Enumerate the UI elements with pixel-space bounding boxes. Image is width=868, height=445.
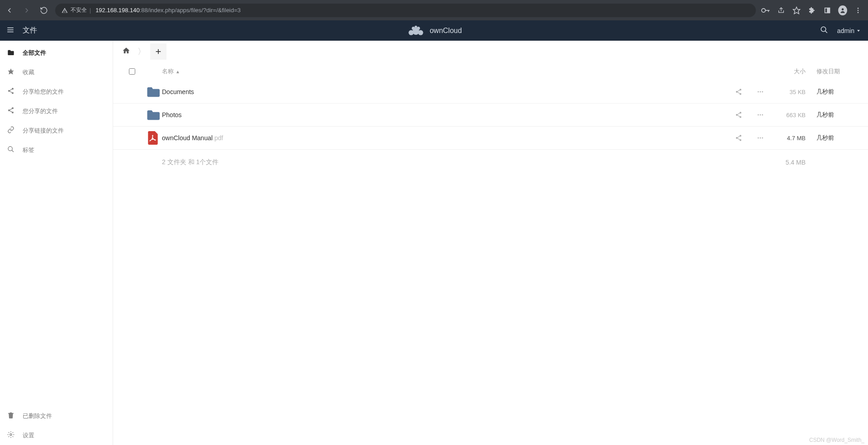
svg-point-38 xyxy=(740,89,741,90)
add-button[interactable] xyxy=(150,43,166,60)
folder-icon xyxy=(7,49,14,57)
table-row[interactable]: ownCloud Manual.pdf 4.7 MB 几秒前 xyxy=(113,127,868,150)
warning-icon xyxy=(62,7,68,14)
svg-point-48 xyxy=(740,116,741,118)
sidebar-item-all-files[interactable]: 全部文件 xyxy=(0,43,113,62)
link-icon xyxy=(7,126,14,135)
svg-point-23 xyxy=(12,88,14,90)
share-button[interactable] xyxy=(733,111,744,118)
back-button[interactable] xyxy=(4,5,15,16)
plus-icon xyxy=(155,48,162,55)
summary-text: 2 文件夹 和 1个文件 xyxy=(120,158,711,166)
svg-rect-5 xyxy=(827,8,830,13)
file-date: 几秒前 xyxy=(811,88,861,96)
user-name: admin xyxy=(837,27,854,34)
svg-point-15 xyxy=(418,30,423,35)
svg-rect-2 xyxy=(768,10,769,12)
sidebar-item-settings[interactable]: 设置 xyxy=(0,426,113,445)
more-button[interactable] xyxy=(755,88,766,95)
svg-point-6 xyxy=(842,8,844,10)
svg-line-49 xyxy=(738,113,740,114)
sidebar-item-label: 收藏 xyxy=(23,68,34,76)
sidebar: 全部文件 收藏 分享给您的文件 您分享的文件 分享链接的文件 标签 xyxy=(0,41,113,445)
svg-point-16 xyxy=(412,26,415,29)
sidebar-item-label: 已删除文件 xyxy=(23,412,52,420)
share-chrome-icon[interactable] xyxy=(777,6,786,15)
profile-icon[interactable] xyxy=(838,6,847,15)
svg-point-35 xyxy=(10,434,12,436)
url-bar[interactable]: 不安全 | 192.168.198.140:88/index.php/apps/… xyxy=(55,4,756,17)
select-all-checkbox[interactable] xyxy=(129,68,135,75)
summary-size: 5.4 MB xyxy=(766,159,811,166)
svg-point-18 xyxy=(414,25,417,28)
sidebar-item-shared-with-you[interactable]: 分享给您的文件 xyxy=(0,82,113,101)
share-icon xyxy=(7,107,14,115)
sidebar-item-label: 您分享的文件 xyxy=(23,107,58,115)
svg-point-40 xyxy=(740,93,741,95)
sidebar-item-favorites[interactable]: 收藏 xyxy=(0,62,113,82)
key-icon[interactable] xyxy=(761,6,770,15)
window-icon[interactable] xyxy=(823,6,832,15)
svg-line-50 xyxy=(738,115,740,117)
svg-point-43 xyxy=(758,91,759,93)
svg-line-27 xyxy=(10,91,12,93)
more-button[interactable] xyxy=(755,111,766,118)
user-menu[interactable]: admin xyxy=(837,27,861,34)
search-button[interactable] xyxy=(820,26,828,36)
sidebar-item-your-shares[interactable]: 您分享的文件 xyxy=(0,101,113,121)
file-table: 名称 ▲ 大小 修改日期 Documents 35 KB 几秒前 xyxy=(113,62,868,175)
col-size-header[interactable]: 大小 xyxy=(766,67,811,76)
svg-point-24 xyxy=(8,90,10,92)
svg-point-51 xyxy=(758,114,759,116)
svg-marker-3 xyxy=(793,7,800,14)
table-row[interactable]: Photos 663 KB 几秒前 xyxy=(113,104,868,127)
svg-point-17 xyxy=(417,26,420,29)
star-icon xyxy=(7,68,14,76)
trash-icon xyxy=(7,412,14,420)
sidebar-item-label: 设置 xyxy=(23,431,34,440)
table-row[interactable]: Documents 35 KB 几秒前 xyxy=(113,80,868,104)
share-button[interactable] xyxy=(733,134,744,142)
star-chrome-icon[interactable] xyxy=(792,6,801,15)
svg-point-59 xyxy=(758,137,759,139)
svg-line-26 xyxy=(10,89,12,90)
sidebar-item-label: 分享给您的文件 xyxy=(23,88,64,96)
svg-line-57 xyxy=(738,136,740,137)
gear-icon xyxy=(7,431,14,440)
sidebar-item-tags[interactable]: 标签 xyxy=(0,140,113,160)
svg-point-60 xyxy=(760,137,761,139)
svg-point-14 xyxy=(408,30,413,35)
svg-point-61 xyxy=(762,137,763,139)
sidebar-item-label: 标签 xyxy=(23,146,34,154)
app-header: 文件 ownCloud admin xyxy=(0,20,868,41)
col-name-header[interactable]: 名称 ▲ xyxy=(162,67,711,76)
puzzle-icon[interactable] xyxy=(807,6,816,15)
hamburger-icon[interactable] xyxy=(6,26,14,36)
folder-icon xyxy=(144,86,162,98)
share-button[interactable] xyxy=(733,88,744,95)
svg-line-41 xyxy=(738,90,740,91)
file-size: 663 KB xyxy=(766,112,811,118)
svg-point-28 xyxy=(12,107,14,109)
breadcrumb: 〉 xyxy=(113,41,868,62)
kebab-menu-icon[interactable] xyxy=(854,6,863,15)
reload-button[interactable] xyxy=(38,5,50,16)
browser-chrome: 不安全 | 192.168.198.140:88/index.php/apps/… xyxy=(0,0,868,20)
sidebar-item-link-shares[interactable]: 分享链接的文件 xyxy=(0,121,113,140)
forward-button[interactable] xyxy=(21,5,33,16)
file-name: Photos xyxy=(162,111,711,118)
svg-line-58 xyxy=(738,138,740,140)
svg-point-8 xyxy=(858,9,859,11)
breadcrumb-home[interactable] xyxy=(119,44,133,59)
svg-point-55 xyxy=(736,137,738,139)
svg-point-33 xyxy=(8,147,12,151)
svg-point-39 xyxy=(736,91,738,93)
svg-point-29 xyxy=(8,109,10,111)
more-button[interactable] xyxy=(755,134,766,142)
owncloud-logo-icon xyxy=(406,25,425,37)
svg-point-7 xyxy=(858,8,859,9)
col-date-header[interactable]: 修改日期 xyxy=(811,67,861,76)
sidebar-item-deleted[interactable]: 已删除文件 xyxy=(0,406,113,426)
file-size: 4.7 MB xyxy=(766,135,811,142)
file-name: Documents xyxy=(162,88,711,95)
